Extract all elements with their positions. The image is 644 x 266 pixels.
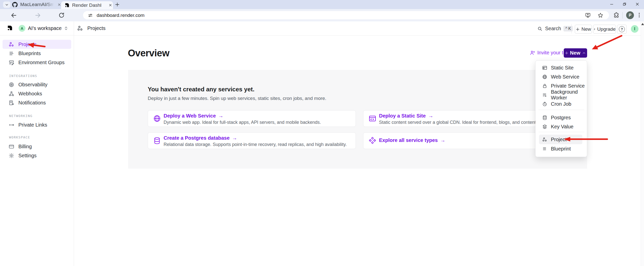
card-title: Deploy a Web Service [164, 113, 216, 119]
sidebar-item-projects[interactable]: Projects [3, 40, 71, 49]
header-new-label: New [581, 26, 591, 32]
static-site-icon [542, 65, 547, 70]
close-window-icon[interactable] [635, 2, 639, 6]
extensions-puzzle-icon [613, 12, 620, 18]
settings-gear-icon [9, 153, 14, 159]
person-plus-icon [530, 50, 535, 56]
help-button[interactable]: ? [617, 25, 627, 34]
menu-item-web-service[interactable]: Web Service [536, 72, 587, 81]
annotation-arrow-new-button [592, 36, 622, 49]
browser-tab-render-dashboard[interactable]: Render Dashboard [61, 1, 113, 9]
browser-profile-avatar[interactable]: P [626, 11, 634, 19]
private-links-icon [9, 122, 14, 128]
menu-item-label: Key Value [551, 124, 574, 130]
bookmark-star-icon[interactable] [597, 12, 603, 18]
url-text: dashboard.render.com [97, 13, 144, 18]
section-label-integrations: INTEGRATIONS [9, 74, 37, 78]
workspace-avatar: A [19, 25, 25, 32]
lock-icon [542, 83, 547, 89]
browser-menu-button[interactable] [636, 12, 642, 18]
sidebar-item-observability[interactable]: Observability [3, 80, 71, 89]
page-title: Overview [128, 48, 169, 59]
empty-state-panel: You haven't created any services yet. De… [128, 70, 587, 169]
menu-item-label: Web Service [551, 74, 579, 80]
empty-state-subtitle: Deploy in just a few minutes. Spin up we… [148, 96, 326, 101]
search-button[interactable]: Search ^ K [537, 26, 573, 31]
section-label-networking: NETWORKING [9, 114, 32, 118]
new-service-button[interactable]: + New [564, 48, 587, 58]
sidebar-item-billing[interactable]: Billing [3, 142, 71, 151]
sidebar-item-environment-groups[interactable]: Environment Groups [3, 58, 71, 67]
observability-icon [9, 82, 14, 88]
menu-item-label: Cron Job [551, 101, 571, 107]
search-icon [537, 26, 543, 31]
scrollbar-up-arrow[interactable] [641, 23, 644, 25]
help-icon: ? [619, 26, 625, 32]
menu-item-postgres[interactable]: Postgres [536, 113, 587, 122]
sidebar-item-settings[interactable]: Settings [3, 151, 71, 160]
site-settings-icon[interactable] [88, 13, 93, 18]
webhooks-icon [9, 91, 14, 97]
sidebar-item-blueprints[interactable]: Blueprints [3, 49, 71, 58]
menu-item-background-worker[interactable]: Background Worker [536, 90, 587, 99]
menu-item-label: Private Service [551, 83, 585, 89]
environment-groups-icon [9, 60, 14, 65]
address-bar[interactable]: dashboard.render.com [83, 11, 609, 19]
header-separator [571, 24, 572, 33]
arrow-right-icon: → [428, 113, 433, 119]
header-new-button[interactable]: New [575, 25, 592, 34]
back-icon [10, 12, 17, 19]
projects-icon [77, 25, 83, 31]
restore-icon[interactable] [622, 2, 627, 6]
arrow-right-icon: → [218, 113, 223, 119]
breadcrumb-label: Projects [87, 25, 105, 31]
new-tab-button[interactable] [115, 2, 120, 7]
forward-button[interactable] [34, 12, 41, 19]
install-app-icon[interactable] [585, 12, 591, 18]
projects-icon [9, 42, 14, 47]
sidebar-item-label: Observability [18, 82, 48, 88]
blueprints-icon [9, 51, 14, 56]
kebab-menu-icon [636, 12, 642, 18]
new-button-label: New [570, 50, 580, 56]
page-scrollbar[interactable] [641, 21, 644, 266]
new-service-dropdown-menu: Static Site Web Service Private Service … [535, 60, 587, 157]
forward-icon [34, 12, 41, 19]
menu-item-label: Static Site [551, 65, 574, 71]
minimize-icon[interactable] [610, 2, 614, 6]
close-icon [58, 3, 61, 6]
user-avatar[interactable]: I [631, 25, 638, 33]
workspace-selector[interactable]: A AI's workspace [19, 25, 68, 32]
sidebar-item-webhooks[interactable]: Webhooks [3, 89, 71, 98]
browser-tab-github[interactable]: MacLearnAI/SmartFarmingAssis [9, 0, 62, 9]
globe-icon [542, 74, 547, 80]
upgrade-button[interactable]: Upgrade [593, 25, 616, 34]
card-deploy-web-service[interactable]: Deploy a Web Service→ Dynamic web app. I… [148, 110, 356, 127]
notifications-icon [9, 100, 14, 106]
menu-item-cron-job[interactable]: Cron Job [536, 99, 587, 108]
extensions-button[interactable] [613, 12, 620, 18]
service-types-icon [368, 136, 376, 144]
menu-item-label: Blueprint [551, 146, 571, 152]
menu-item-project[interactable]: Project [539, 135, 582, 144]
menu-item-static-site[interactable]: Static Site [536, 63, 587, 72]
sidebar-item-notifications[interactable]: Notifications [3, 98, 71, 107]
menu-item-key-value[interactable]: Key Value [536, 122, 587, 131]
tab-close-button[interactable] [108, 3, 113, 8]
sidebar-item-label: Environment Groups [18, 60, 64, 65]
card-create-postgres[interactable]: Create a Postgres database→ Relational d… [148, 132, 356, 149]
menu-divider [539, 132, 584, 132]
card-description: Relational data storage. Supports point-… [164, 142, 347, 147]
reload-button[interactable] [58, 12, 65, 19]
chevron-updown-icon [64, 26, 68, 30]
sidebar-item-private-links[interactable]: Private Links [3, 120, 71, 129]
chevron-up-icon [582, 51, 586, 55]
sidebar-item-label: Settings [18, 153, 36, 159]
menu-item-blueprint[interactable]: Blueprint [536, 144, 587, 153]
layers-icon [542, 124, 547, 129]
sidebar-item-label: Notifications [18, 100, 46, 106]
blueprint-icon [542, 146, 547, 151]
arrow-right-icon: → [232, 135, 237, 141]
back-button[interactable] [10, 12, 17, 19]
tab-title: Render Dashboard [72, 3, 101, 8]
